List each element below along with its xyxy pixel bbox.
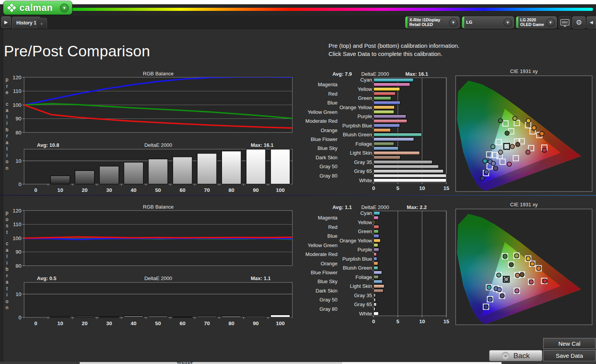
calman-logo-button[interactable]: calman ▼ bbox=[3, 1, 72, 15]
svg-text:Purplish Blue: Purplish Blue bbox=[342, 123, 372, 129]
svg-text:Green: Green bbox=[358, 228, 372, 234]
instruction-line-1: Pre (top) and Post (bottom) calibration … bbox=[329, 42, 460, 50]
svg-text:10: 10 bbox=[419, 319, 425, 324]
svg-text:Magenta: Magenta bbox=[318, 215, 337, 221]
svg-text:Avg: 10.8: Avg: 10.8 bbox=[37, 142, 59, 148]
svg-text:Avg: 0.5: Avg: 0.5 bbox=[37, 275, 56, 281]
svg-text:DeltaE 2000: DeltaE 2000 bbox=[361, 71, 389, 77]
svg-text:Gray 80: Gray 80 bbox=[320, 306, 337, 312]
svg-text:70: 70 bbox=[204, 320, 210, 326]
calman-app-window: calman ▼ ▶ History 1 + X-Rite i1Display … bbox=[0, 0, 596, 364]
svg-text:Blue Flower: Blue Flower bbox=[311, 270, 337, 275]
chevron-down-icon[interactable]: ▼ bbox=[449, 18, 458, 27]
svg-text:Gray 65: Gray 65 bbox=[354, 301, 372, 307]
add-tab-button[interactable]: + bbox=[36, 18, 47, 29]
svg-text:15: 15 bbox=[443, 319, 449, 324]
section-separator bbox=[0, 195, 596, 196]
svg-text:Orange: Orange bbox=[321, 127, 337, 133]
svg-text:Blue Flower: Blue Flower bbox=[311, 136, 337, 142]
new-cal-button[interactable]: New Cal bbox=[543, 338, 596, 349]
chevron-down-icon[interactable]: ▼ bbox=[546, 18, 555, 27]
meter-dropdown[interactable]: X-Rite i1Display Retail OLED ▼ bbox=[405, 16, 460, 28]
instruction-line-2: Click Save Data to complete this calibra… bbox=[329, 50, 460, 58]
svg-text:Blue: Blue bbox=[327, 100, 337, 106]
svg-text:0: 0 bbox=[372, 319, 375, 324]
svg-text:Gray 35: Gray 35 bbox=[354, 159, 372, 165]
tab-label: History 1 bbox=[16, 20, 36, 26]
taskbar-strip: TENANT bbox=[0, 362, 596, 364]
ddc-button[interactable]: DDC bbox=[559, 16, 571, 28]
pre-colorchecker-deltae-chart: Avg: 7.9DeltaE 2000Max: 16.1CyanMagentaY… bbox=[295, 71, 451, 193]
svg-text:5: 5 bbox=[397, 319, 400, 324]
save-data-button[interactable]: Save Data bbox=[543, 350, 596, 361]
collapse-panel-button[interactable]: ◀ bbox=[587, 16, 596, 28]
svg-text:5: 5 bbox=[397, 185, 400, 191]
post-grayscale-deltae-chart: Avg: 0.5DeltaE 2000Max: 1.11000102030405… bbox=[3, 275, 294, 327]
calman-logo-icon bbox=[7, 3, 17, 13]
svg-text:90: 90 bbox=[253, 320, 259, 326]
svg-text:100: 100 bbox=[276, 187, 285, 193]
background-window-text: TENANT bbox=[177, 362, 193, 364]
back-button[interactable]: « Back bbox=[489, 350, 542, 361]
svg-text:Gray 50: Gray 50 bbox=[320, 164, 337, 169]
svg-text:110: 110 bbox=[13, 88, 21, 94]
svg-text:90: 90 bbox=[16, 249, 21, 255]
save-data-label: Save Data bbox=[556, 352, 583, 359]
svg-text:Blue Sky: Blue Sky bbox=[318, 145, 338, 151]
svg-text:120: 120 bbox=[12, 75, 21, 80]
tab-bar: ▶ History 1 + X-Rite i1Display Retail OL… bbox=[0, 16, 596, 29]
svg-text:10: 10 bbox=[16, 291, 21, 297]
svg-text:Max: 16.1: Max: 16.1 bbox=[405, 71, 428, 77]
source-dropdown[interactable]: LG ▼ bbox=[462, 16, 514, 28]
svg-text:RGB Balance: RGB Balance bbox=[143, 204, 174, 210]
svg-text:Avg: 7.9: Avg: 7.9 bbox=[332, 71, 352, 77]
svg-text:Max: 16.1: Max: 16.1 bbox=[251, 142, 274, 148]
svg-text:Orange: Orange bbox=[321, 261, 337, 266]
chevron-down-icon[interactable]: ▼ bbox=[503, 18, 512, 27]
svg-text:0: 0 bbox=[34, 320, 37, 326]
new-cal-label: New Cal bbox=[558, 340, 580, 347]
pre-cie-1931-chart: CIE 1931 xy bbox=[453, 68, 596, 193]
play-button[interactable]: ▶ bbox=[1, 16, 11, 28]
svg-text:30: 30 bbox=[106, 320, 112, 326]
svg-text:100: 100 bbox=[12, 102, 21, 108]
svg-text:0: 0 bbox=[18, 315, 21, 320]
svg-text:10: 10 bbox=[419, 185, 425, 191]
meter-dropdown-label: X-Rite i1Display Retail OLED bbox=[407, 17, 449, 27]
chevron-down-icon[interactable]: ▼ bbox=[60, 3, 69, 12]
svg-text:10: 10 bbox=[57, 320, 63, 326]
svg-text:Dark Skin: Dark Skin bbox=[316, 155, 337, 160]
svg-text:Purple: Purple bbox=[357, 113, 372, 119]
back-label: Back bbox=[513, 352, 530, 360]
svg-text:0: 0 bbox=[18, 181, 21, 187]
svg-text:Red: Red bbox=[328, 224, 337, 230]
svg-text:Dark Skin: Dark Skin bbox=[316, 288, 337, 294]
svg-text:40: 40 bbox=[131, 187, 136, 193]
svg-text:Foliage: Foliage bbox=[355, 141, 372, 147]
svg-text:0: 0 bbox=[34, 187, 37, 193]
svg-text:100: 100 bbox=[12, 235, 21, 241]
plus-icon: + bbox=[40, 21, 43, 27]
svg-text:Magenta: Magenta bbox=[318, 82, 337, 87]
svg-text:Gray 80: Gray 80 bbox=[320, 173, 337, 179]
pre-rgb-balance-chart: RGB Balance8090100110120 bbox=[3, 71, 294, 137]
pre-grayscale-deltae-chart: Avg: 10.8DeltaE 2000Max: 16.110001020304… bbox=[3, 142, 294, 193]
svg-text:White: White bbox=[359, 178, 372, 183]
back-chevrons-icon: « bbox=[502, 352, 509, 360]
rainbow-spectrum-bar bbox=[71, 8, 593, 11]
svg-text:10: 10 bbox=[16, 158, 21, 164]
settings-button[interactable]: ⚙ bbox=[572, 16, 586, 28]
display-dropdown-label: LG 2020 OLED Game bbox=[518, 17, 546, 27]
svg-text:50: 50 bbox=[155, 320, 161, 326]
play-icon: ▶ bbox=[4, 19, 8, 25]
svg-text:50: 50 bbox=[155, 187, 161, 193]
svg-text:Purple: Purple bbox=[357, 247, 372, 253]
svg-text:Yellow: Yellow bbox=[358, 86, 372, 92]
svg-text:Moderate Red: Moderate Red bbox=[306, 118, 337, 124]
svg-text:Gray 35: Gray 35 bbox=[354, 293, 372, 298]
svg-text:DeltaE 2000: DeltaE 2000 bbox=[144, 275, 172, 281]
svg-text:CIE 1931 xy: CIE 1931 xy bbox=[510, 202, 538, 207]
display-dropdown[interactable]: LG 2020 OLED Game ▼ bbox=[516, 16, 557, 28]
svg-text:Yellow Green: Yellow Green bbox=[308, 242, 337, 248]
svg-text:120: 120 bbox=[12, 208, 21, 214]
